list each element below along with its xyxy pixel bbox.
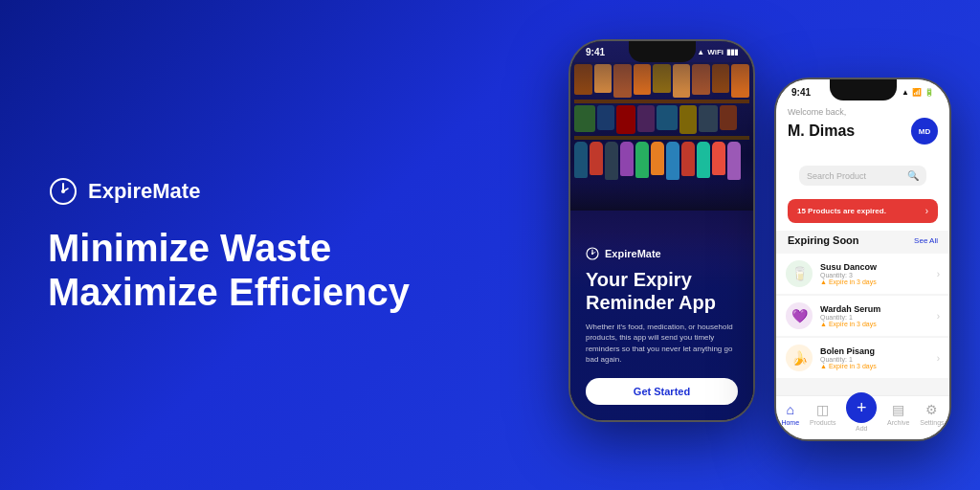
alert-chevron-icon: ›	[925, 206, 928, 216]
search-icon: 🔍	[907, 170, 919, 181]
brand-row: ExpireMate	[48, 176, 521, 207]
shelf-area	[570, 62, 753, 211]
alert-banner[interactable]: 15 Products are expired. ›	[788, 199, 938, 223]
product-icon-2: 🍌	[786, 345, 813, 371]
nav-archive[interactable]: ▤ Archive	[887, 402, 909, 432]
shelf-bg-overlay	[570, 62, 753, 211]
tagline-line2: Maximize Efficiency	[48, 271, 410, 313]
product-expiry-0: ▲ Expire in 3 days	[820, 278, 929, 285]
nav-home[interactable]: ⌂ Home	[781, 402, 799, 432]
nav-archive-label: Archive	[887, 419, 909, 426]
product-list: 🥛 Susu Dancow Quantity: 3 ▲ Expire in 3 …	[776, 254, 949, 395]
left-section: ExpireMate Minimize Waste Maximize Effic…	[0, 119, 568, 371]
search-input[interactable]: Search Product	[807, 171, 902, 181]
splash-title: Your ExpiryReminder App	[586, 268, 738, 314]
product-expiry-2: ▲ Expire in 3 days	[820, 363, 929, 369]
product-expiry-1: ▲ Expire in 3 days	[820, 321, 929, 327]
notch-left	[629, 41, 696, 62]
product-info-1: Wardah Serum Quantity: 1 ▲ Expire in 3 d…	[820, 304, 929, 327]
phones-container: 9:41 ▲ WiFi ▮▮▮	[568, 39, 980, 451]
avatar[interactable]: MD	[911, 118, 938, 145]
phone-left: 9:41 ▲ WiFi ▮▮▮	[568, 39, 755, 422]
product-name-0: Susu Dancow	[820, 262, 929, 272]
product-chevron-0: ›	[937, 269, 940, 279]
archive-icon: ▤	[892, 402, 904, 417]
notch-right	[830, 79, 897, 100]
product-qty-2: Quantity: 1	[820, 356, 929, 363]
nav-settings[interactable]: ⚙ Settings	[920, 402, 944, 432]
product-chevron-2: ›	[937, 353, 940, 364]
tagline-line1: Minimize Waste	[48, 227, 331, 269]
section-title: Expiring Soon	[788, 234, 859, 246]
product-name-1: Wardah Serum	[820, 304, 929, 314]
status-time-left: 9:41	[586, 47, 605, 57]
splash-content: ExpireMate Your ExpiryReminder App Wheth…	[570, 232, 753, 420]
product-item-0[interactable]: 🥛 Susu Dancow Quantity: 3 ▲ Expire in 3 …	[776, 254, 949, 294]
user-row: M. Dimas MD	[788, 118, 938, 145]
status-icons-left: ▲ WiFi ▮▮▮	[697, 48, 738, 56]
product-info-2: Bolen Pisang Quantity: 1 ▲ Expire in 3 d…	[820, 346, 929, 369]
brand-icon	[48, 176, 78, 207]
product-icon-1: 💜	[786, 302, 813, 329]
nav-add-label: Add	[856, 425, 867, 432]
welcome-text: Welcome back,	[788, 107, 938, 117]
nav-products-label: Products	[810, 419, 836, 426]
home-icon: ⌂	[787, 402, 794, 417]
product-info-0: Susu Dancow Quantity: 3 ▲ Expire in 3 da…	[820, 262, 929, 285]
splash-brand-name: ExpireMate	[605, 248, 661, 259]
status-icons-right: ▲ 📶 🔋	[902, 88, 934, 97]
settings-icon: ⚙	[925, 402, 938, 417]
username: M. Dimas	[788, 122, 855, 140]
status-time-right: 9:41	[791, 87, 811, 98]
see-all-link[interactable]: See All	[914, 236, 938, 245]
product-qty-1: Quantity: 1	[820, 314, 929, 321]
product-qty-0: Quantity: 3	[820, 272, 929, 278]
phone-right: 9:41 ▲ 📶 🔋 Welcome back, M. Dimas MD Sea…	[774, 78, 951, 441]
product-chevron-1: ›	[937, 311, 940, 322]
splash-subtitle: Whether it's food, medication, or househ…	[586, 322, 738, 365]
get-started-button[interactable]: Get Started	[586, 378, 738, 405]
splash-brand-row: ExpireMate	[586, 247, 738, 260]
nav-products[interactable]: ◫ Products	[810, 402, 836, 432]
home-screen: 9:41 ▲ 📶 🔋 Welcome back, M. Dimas MD Sea…	[776, 79, 949, 439]
section-header: Expiring Soon See All	[776, 231, 949, 250]
search-bar[interactable]: Search Product 🔍	[799, 166, 926, 186]
product-name-2: Bolen Pisang	[820, 346, 929, 356]
nav-home-label: Home	[781, 419, 799, 426]
add-icon[interactable]: +	[846, 392, 877, 423]
nav-settings-label: Settings	[920, 419, 944, 426]
product-item-1[interactable]: 💜 Wardah Serum Quantity: 1 ▲ Expire in 3…	[776, 296, 949, 336]
nav-add[interactable]: + Add	[846, 402, 877, 432]
home-header: Welcome back, M. Dimas MD	[776, 100, 949, 152]
product-item-2[interactable]: 🍌 Bolen Pisang Quantity: 1 ▲ Expire in 3…	[776, 338, 949, 378]
brand-name: ExpireMate	[88, 179, 200, 204]
bottom-nav: ⌂ Home ◫ Products + Add ▤ Archive ⚙ Se	[776, 395, 949, 439]
product-icon-0: 🥛	[786, 260, 813, 287]
tagline: Minimize Waste Maximize Efficiency	[48, 226, 521, 314]
alert-text: 15 Products are expired.	[797, 207, 886, 215]
products-icon: ◫	[816, 402, 829, 417]
